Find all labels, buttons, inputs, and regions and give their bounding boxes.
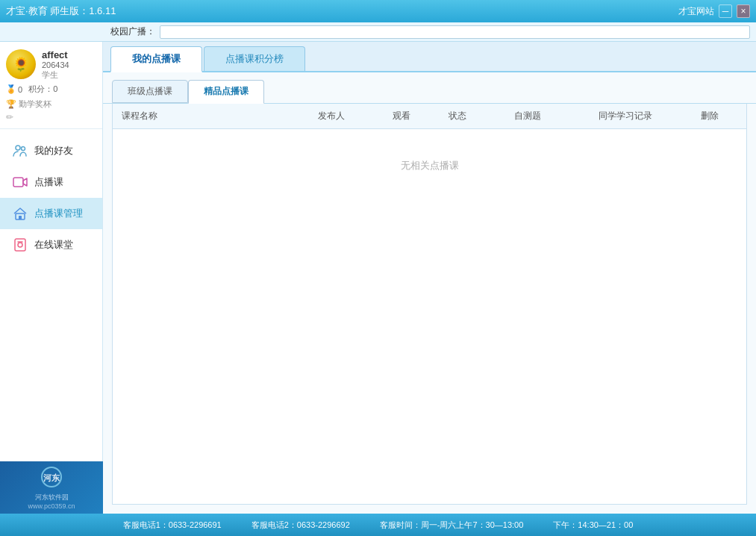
tab-ranking[interactable]: 点播课积分榜 [204, 46, 305, 71]
sub-tabs: 班级点播课 精品点播课 [103, 72, 756, 104]
svg-text:河东: 河东 [43, 473, 60, 482]
col-publisher: 发布人 [290, 110, 374, 122]
phone2: 客服电话2：0633-2296692 [252, 520, 350, 531]
col-record: 同学学习记录 [569, 110, 681, 122]
bottom-bar: 客服电话1：0633-2296691 客服电话2：0633-2296692 客服… [0, 514, 756, 536]
gold-stat: 🏅 0 [6, 84, 22, 95]
website-link[interactable]: 才宝网站 [678, 5, 714, 18]
svg-rect-2 [13, 178, 23, 187]
watermark: 河东 河东软件园 www.pc0359.cn [0, 461, 103, 514]
watermark-text1: 河东软件园 [35, 493, 69, 502]
trophy-label: 勤学奖杯 [19, 99, 51, 110]
points-value: 积分：0 [28, 84, 57, 95]
svg-rect-4 [19, 216, 22, 219]
user-name: affect [42, 49, 69, 60]
sidebar-item-label-video: 点播课 [34, 175, 63, 189]
broadcast-label: 校园广播： [110, 25, 155, 38]
svg-rect-5 [15, 239, 25, 251]
broadcast-bar: 校园广播： [0, 22, 756, 42]
hours1: 客服时间：周一-周六上午7：30—13:00 [380, 520, 524, 531]
user-role: 学生 [42, 69, 69, 81]
user-panel: 🌻 affect 206434 学生 🏅 0 积分：0 🏆 勤学奖杯 [0, 42, 102, 129]
sidebar-item-label-friends: 我的好友 [34, 144, 73, 158]
col-quiz: 自测题 [486, 110, 570, 122]
table-container: 课程名称 发布人 观看 状态 自测题 同学学习记录 删除 无相关点播课 [112, 104, 747, 505]
app-title: 才宝·教育 师生版：1.6.11 [6, 4, 116, 18]
phone1: 客服电话1：0633-2296691 [123, 520, 222, 531]
main-tabs: 我的点播课 点播课积分榜 [103, 42, 756, 72]
gold-value: 0 [18, 85, 22, 94]
main-layout: 🌻 affect 206434 学生 🏅 0 积分：0 🏆 勤学奖杯 [0, 42, 756, 514]
sidebar: 🌻 affect 206434 学生 🏅 0 积分：0 🏆 勤学奖杯 [0, 42, 103, 514]
sidebar-item-manage[interactable]: 点播课管理 [0, 198, 102, 229]
friends-icon [12, 143, 28, 159]
col-status: 状态 [430, 110, 486, 122]
coin-icon: 🏅 [6, 84, 16, 94]
sidebar-item-friends[interactable]: 我的好友 [0, 135, 102, 166]
title-bar: 才宝·教育 师生版：1.6.11 才宝网站 ─ × [0, 0, 756, 22]
trophy-icon: 🏆 [6, 99, 16, 109]
hours2: 下午：14:30—21：00 [553, 520, 633, 531]
user-avatar: 🌻 [6, 49, 36, 79]
sidebar-item-label-manage: 点播课管理 [34, 207, 83, 220]
col-name: 课程名称 [122, 110, 290, 122]
video-icon [12, 174, 28, 190]
trophy-row: 🏆 勤学奖杯 [6, 99, 96, 110]
user-avatar-row: 🌻 affect 206434 学生 [6, 49, 96, 81]
watermark-logo: 河东 [40, 466, 63, 493]
minimize-button[interactable]: ─ [719, 4, 732, 18]
edit-icon[interactable]: ✏ [6, 112, 96, 122]
close-button[interactable]: × [737, 4, 750, 18]
points-stat: 积分：0 [28, 84, 57, 95]
classroom-icon [12, 237, 28, 253]
sidebar-item-classroom[interactable]: 在线课堂 [0, 229, 102, 261]
content-area: 我的点播课 点播课积分榜 班级点播课 精品点播课 课程名称 发布人 观看 状态 … [103, 42, 756, 514]
watermark-url: www.pc0359.cn [28, 502, 75, 510]
sub-tab-class-vod[interactable]: 班级点播课 [112, 80, 188, 103]
user-info: affect 206434 学生 [42, 49, 69, 81]
table-header: 课程名称 发布人 观看 状态 自测题 同学学习记录 删除 [113, 104, 746, 129]
sidebar-item-video[interactable]: 点播课 [0, 166, 102, 198]
empty-message: 无相关点播课 [113, 129, 746, 202]
title-actions: 才宝网站 ─ × [678, 4, 750, 18]
svg-point-0 [16, 146, 20, 150]
user-id: 206434 [42, 60, 69, 69]
sub-tab-premium-vod[interactable]: 精品点播课 [188, 80, 264, 104]
user-stats: 🏅 0 积分：0 [6, 84, 96, 95]
broadcast-input[interactable] [160, 25, 750, 39]
col-delete: 删除 [681, 110, 737, 122]
sidebar-item-label-classroom: 在线课堂 [34, 238, 73, 252]
manage-icon [12, 205, 28, 222]
sidebar-nav: 我的好友 点播课 点播 [0, 129, 102, 514]
col-watch: 观看 [374, 110, 430, 122]
svg-point-1 [22, 147, 25, 151]
tab-my-vod[interactable]: 我的点播课 [110, 46, 202, 72]
svg-point-6 [18, 243, 22, 247]
